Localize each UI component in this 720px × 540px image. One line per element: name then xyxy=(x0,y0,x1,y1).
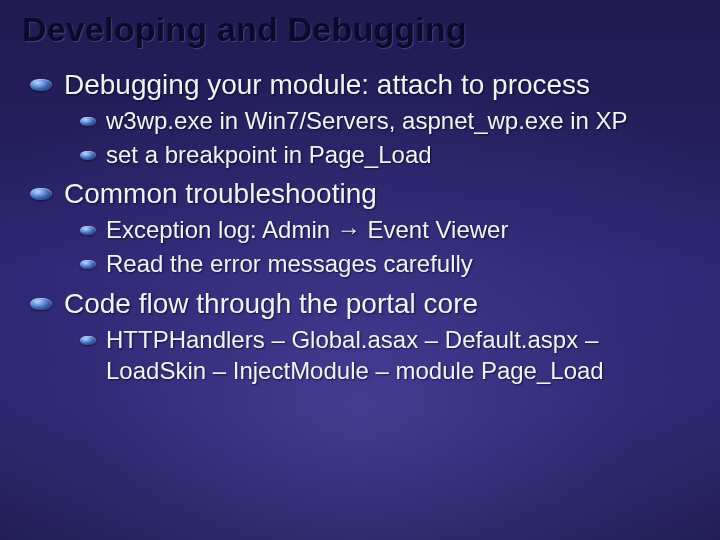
item-text: w3wp.exe in Win7/Servers, aspnet_wp.exe … xyxy=(106,106,628,137)
slide: Developing and Debugging Debugging your … xyxy=(0,0,720,540)
bullet-icon xyxy=(80,151,96,160)
list-item: w3wp.exe in Win7/Servers, aspnet_wp.exe … xyxy=(80,106,698,137)
bullet-icon xyxy=(30,79,52,91)
bullet-icon xyxy=(80,226,96,235)
list-item: Exception log: Admin → Event Viewer xyxy=(80,215,698,246)
section-heading: Code flow through the portal core xyxy=(30,286,698,321)
heading-text: Debugging your module: attach to process xyxy=(64,67,590,102)
item-text: Exception log: Admin → Event Viewer xyxy=(106,215,508,246)
section-heading: Debugging your module: attach to process xyxy=(30,67,698,102)
slide-title: Developing and Debugging xyxy=(22,10,698,49)
item-text: HTTPHandlers – Global.asax – Default.asp… xyxy=(106,325,698,386)
section-heading: Common troubleshooting xyxy=(30,176,698,211)
bullet-icon xyxy=(30,188,52,200)
heading-text: Code flow through the portal core xyxy=(64,286,478,321)
item-text: set a breakpoint in Page_Load xyxy=(106,140,432,171)
bullet-icon xyxy=(30,298,52,310)
bullet-icon xyxy=(80,260,96,269)
heading-text: Common troubleshooting xyxy=(64,176,377,211)
list-item: HTTPHandlers – Global.asax – Default.asp… xyxy=(80,325,698,386)
item-text: Read the error messages carefully xyxy=(106,249,473,280)
list-item: Read the error messages carefully xyxy=(80,249,698,280)
bullet-icon xyxy=(80,117,96,126)
list-item: set a breakpoint in Page_Load xyxy=(80,140,698,171)
bullet-icon xyxy=(80,336,96,345)
